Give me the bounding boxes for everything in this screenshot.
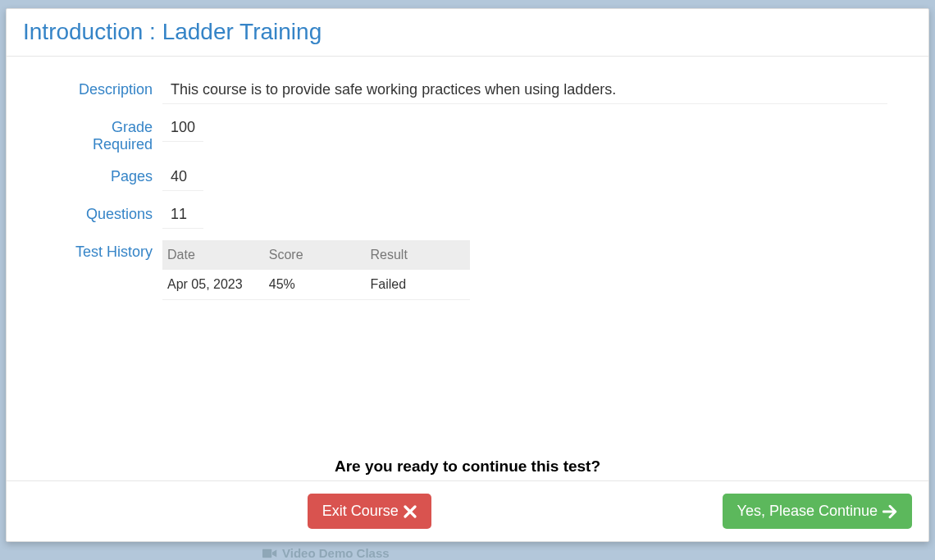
- grade-label: Grade Required: [48, 116, 162, 153]
- grade-row: Grade Required 100: [48, 116, 887, 153]
- questions-label: Questions: [48, 203, 162, 223]
- modal-body: Description This course is to provide sa…: [7, 57, 928, 480]
- questions-row: Questions 11: [48, 203, 887, 229]
- history-score: 45%: [264, 270, 366, 300]
- history-header-result: Result: [366, 240, 471, 270]
- svg-rect-0: [262, 549, 271, 558]
- grade-value: 100: [162, 116, 203, 142]
- history-table: Date Score Result Apr 05, 2023 45% Faile…: [162, 240, 470, 300]
- continue-prompt: Are you ready to continue this test?: [48, 458, 887, 476]
- continue-button[interactable]: Yes, Please Continue: [723, 494, 912, 529]
- history-row-item: Apr 05, 2023 45% Failed: [162, 270, 470, 300]
- history-header-score: Score: [264, 240, 366, 270]
- modal-header: Introduction : Ladder Training: [7, 9, 928, 57]
- course-modal: Introduction : Ladder Training Descripti…: [6, 8, 929, 542]
- history-label: Test History: [48, 240, 162, 261]
- exit-course-label: Exit Course: [322, 503, 399, 520]
- description-value: This course is to provide safe working p…: [162, 78, 887, 104]
- pages-value: 40: [162, 165, 203, 191]
- arrow-right-icon: [883, 504, 897, 519]
- continue-label: Yes, Please Continue: [737, 503, 878, 520]
- close-icon: [404, 505, 417, 518]
- pages-label: Pages: [48, 165, 162, 185]
- questions-value: 11: [162, 203, 203, 229]
- history-header-date: Date: [162, 240, 264, 270]
- history-date: Apr 05, 2023: [162, 270, 264, 300]
- exit-course-button[interactable]: Exit Course: [308, 494, 431, 529]
- modal-footer: Exit Course Yes, Please Continue: [7, 480, 928, 541]
- video-icon: [262, 547, 277, 560]
- history-result: Failed: [366, 270, 471, 300]
- history-row: Test History Date Score Result Apr 05, 2…: [48, 240, 887, 300]
- background-row: Video Demo Class: [262, 546, 390, 560]
- pages-row: Pages 40: [48, 165, 887, 191]
- modal-title: Introduction : Ladder Training: [23, 19, 912, 45]
- description-label: Description: [48, 78, 162, 98]
- description-row: Description This course is to provide sa…: [48, 78, 887, 104]
- background-hint-text: Video Demo Class: [282, 546, 390, 560]
